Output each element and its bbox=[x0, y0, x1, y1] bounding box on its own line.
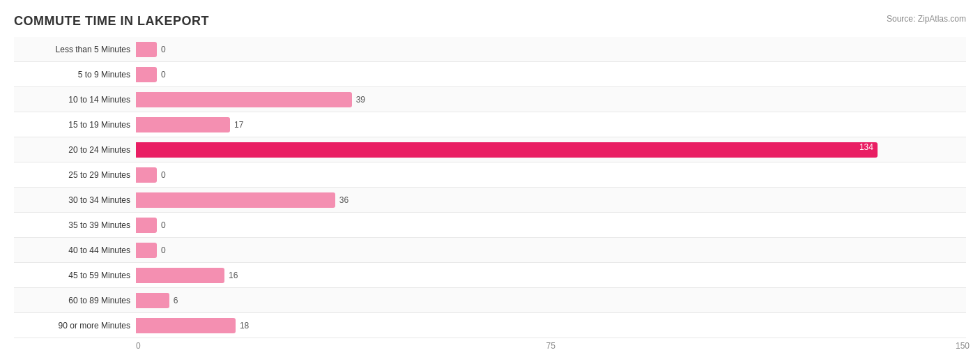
bar-fill bbox=[136, 268, 224, 283]
bar-row: 25 to 29 Minutes0 bbox=[14, 162, 966, 188]
bar-label: 35 to 39 Minutes bbox=[14, 220, 136, 230]
bar-track: 6 bbox=[136, 288, 966, 312]
bar-fill: 134 bbox=[136, 142, 878, 158]
bar-row: 15 to 19 Minutes17 bbox=[14, 112, 966, 137]
bar-fill bbox=[136, 117, 230, 132]
bar-row: 20 to 24 Minutes134 bbox=[14, 137, 966, 162]
chart-title: COMMUTE TIME IN LAKEPORT bbox=[14, 14, 209, 29]
bar-row: 60 to 89 Minutes6 bbox=[14, 288, 966, 313]
bar-value: 16 bbox=[229, 271, 238, 280]
bar-label: 5 to 9 Minutes bbox=[14, 70, 136, 79]
bar-row: 5 to 9 Minutes0 bbox=[14, 62, 966, 87]
bar-value: 6 bbox=[174, 296, 178, 305]
bar-label: 30 to 34 Minutes bbox=[14, 195, 136, 205]
bar-row: 35 to 39 Minutes0 bbox=[14, 213, 966, 238]
bar-value: 17 bbox=[234, 120, 243, 130]
bar-track: 36 bbox=[136, 188, 966, 212]
bar-row: 10 to 14 Minutes39 bbox=[14, 87, 966, 112]
bar-fill bbox=[136, 192, 335, 208]
bar-value: 39 bbox=[356, 95, 365, 105]
bar-label: 20 to 24 Minutes bbox=[14, 145, 136, 155]
bar-fill bbox=[136, 243, 157, 258]
bar-row: Less than 5 Minutes0 bbox=[14, 37, 966, 62]
bar-label: Less than 5 Minutes bbox=[14, 45, 136, 54]
bar-label: 60 to 89 Minutes bbox=[14, 296, 136, 305]
bar-value: 0 bbox=[161, 70, 166, 79]
bar-fill bbox=[136, 293, 169, 308]
bar-track: 0 bbox=[136, 62, 966, 86]
chart-container: COMMUTE TIME IN LAKEPORT Source: ZipAtla… bbox=[0, 7, 980, 364]
bar-label: 45 to 59 Minutes bbox=[14, 271, 136, 280]
bar-value: 134 bbox=[859, 142, 873, 152]
bar-track: 0 bbox=[136, 162, 966, 187]
bar-track: 0 bbox=[136, 37, 966, 61]
bar-row: 90 or more Minutes18 bbox=[14, 313, 966, 338]
bar-track: 18 bbox=[136, 313, 966, 338]
bar-fill bbox=[136, 92, 352, 107]
bar-value: 0 bbox=[161, 220, 166, 230]
bar-fill bbox=[136, 42, 157, 57]
x-axis: 075150 bbox=[136, 341, 966, 355]
bar-value: 0 bbox=[161, 45, 166, 54]
bar-fill bbox=[136, 167, 157, 183]
bar-label: 40 to 44 Minutes bbox=[14, 245, 136, 255]
bar-value: 0 bbox=[161, 170, 166, 180]
x-axis-tick: 75 bbox=[546, 341, 556, 351]
bar-row: 30 to 34 Minutes36 bbox=[14, 188, 966, 213]
bar-track: 0 bbox=[136, 238, 966, 262]
bar-label: 15 to 19 Minutes bbox=[14, 120, 136, 130]
bar-track: 39 bbox=[136, 87, 966, 112]
x-axis-tick: 0 bbox=[136, 341, 141, 351]
bar-label: 90 or more Minutes bbox=[14, 321, 136, 331]
bar-track: 16 bbox=[136, 263, 966, 287]
chart-header: COMMUTE TIME IN LAKEPORT Source: ZipAtla… bbox=[14, 14, 966, 29]
bar-value: 36 bbox=[339, 195, 349, 205]
bar-fill bbox=[136, 67, 157, 82]
chart-source: Source: ZipAtlas.com bbox=[887, 14, 966, 24]
bar-fill bbox=[136, 218, 157, 233]
x-axis-tick: 150 bbox=[956, 341, 970, 351]
chart-area: Less than 5 Minutes05 to 9 Minutes010 to… bbox=[14, 37, 966, 338]
bar-track: 0 bbox=[136, 213, 966, 237]
bar-label: 25 to 29 Minutes bbox=[14, 170, 136, 180]
bar-track: 134 bbox=[136, 137, 966, 162]
bar-fill bbox=[136, 318, 236, 333]
bar-track: 17 bbox=[136, 112, 966, 137]
bar-value: 0 bbox=[161, 245, 166, 255]
bar-value: 18 bbox=[240, 321, 249, 331]
bar-row: 45 to 59 Minutes16 bbox=[14, 263, 966, 288]
bar-label: 10 to 14 Minutes bbox=[14, 95, 136, 105]
bar-row: 40 to 44 Minutes0 bbox=[14, 238, 966, 263]
